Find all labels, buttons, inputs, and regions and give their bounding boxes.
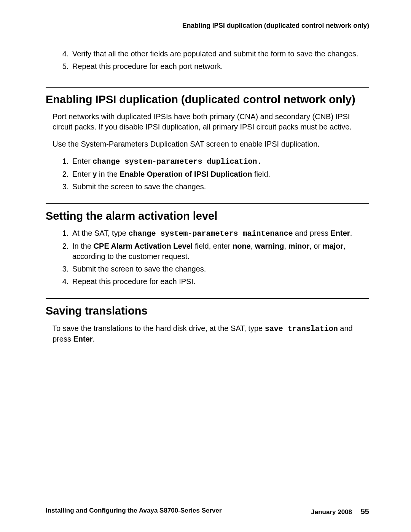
bold-text: Enable Operation of IPSI Duplication: [120, 170, 252, 178]
list-item: Enter change system-parameters duplicati…: [71, 156, 369, 167]
text: Enter: [72, 157, 92, 165]
ipsi-steps-list: Enter change system-parameters duplicati…: [46, 156, 369, 192]
paragraph: Use the System-Parameters Duplication SA…: [53, 139, 362, 149]
running-header: Enabling IPSI duplication (duplicated co…: [46, 21, 369, 30]
list-item: At the SAT, type change system-parameter…: [71, 228, 369, 239]
bold-text: Enter: [331, 229, 350, 237]
document-page: Enabling IPSI duplication (duplicated co…: [0, 0, 411, 532]
bold-text: warning: [255, 242, 284, 250]
list-item: Verify that all the other fields are pop…: [71, 49, 369, 59]
footer-title: Installing and Configuring the Avaya S87…: [46, 506, 222, 515]
section-heading-ipsi: Enabling IPSI duplication (duplicated co…: [46, 93, 369, 106]
list-item: Repeat this procedure for each IPSI.: [71, 276, 369, 287]
list-item: Submit the screen to save the changes.: [71, 264, 369, 274]
alarm-steps-list: At the SAT, type change system-parameter…: [46, 228, 369, 287]
text: ,: [251, 242, 255, 250]
bold-text: CPE Alarm Activation Level: [94, 242, 193, 250]
section-divider: [46, 87, 369, 88]
paragraph: Port networks with duplicated IPSIs have…: [53, 112, 362, 132]
list-item: Enter y in the Enable Operation of IPSI …: [71, 169, 369, 179]
text: ,: [284, 242, 288, 250]
section-divider: [46, 203, 369, 204]
command-text: change system-parameters maintenance: [128, 229, 293, 238]
text: and press: [293, 229, 331, 237]
list-item: In the CPE Alarm Activation Level field,…: [71, 241, 369, 262]
text: , or: [309, 242, 322, 250]
intro-steps-list: Verify that all the other fields are pop…: [46, 49, 369, 72]
text: At the SAT, type: [72, 229, 128, 237]
text: field.: [252, 170, 270, 178]
section-divider: [46, 298, 369, 299]
text: Enter: [72, 170, 92, 178]
section-heading-saving: Saving translations: [46, 304, 369, 318]
bold-text: none: [233, 242, 251, 250]
text: .: [93, 335, 95, 343]
text: in the: [97, 170, 119, 178]
text: To save the translations to the hard dis…: [53, 324, 265, 332]
bold-text: major: [323, 242, 343, 250]
text: .: [350, 229, 352, 237]
bold-text: Enter: [73, 335, 92, 343]
section-heading-alarm: Setting the alarm activation level: [46, 209, 369, 223]
list-item: Repeat this procedure for each port netw…: [71, 61, 369, 72]
text: field, enter: [193, 242, 233, 250]
bold-text: minor: [288, 242, 310, 250]
page-number: 55: [361, 507, 369, 516]
footer-date: January 2008: [311, 508, 352, 516]
command-text: change system-parameters duplication.: [92, 157, 261, 166]
bold-text: y: [92, 170, 97, 178]
page-footer: Installing and Configuring the Avaya S87…: [46, 506, 369, 517]
command-text: save translation: [265, 324, 338, 333]
list-item: Submit the screen to save the changes.: [71, 182, 369, 192]
paragraph: To save the translations to the hard dis…: [53, 323, 362, 344]
text: In the: [72, 242, 94, 250]
